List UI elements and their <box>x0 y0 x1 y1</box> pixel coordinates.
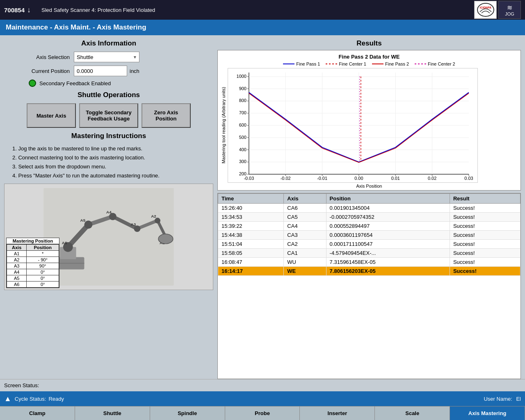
left-panel: Axis Information Axis Selection Shuttle … <box>4 39 213 379</box>
result-axis: WU <box>284 258 326 267</box>
svg-text:700: 700 <box>239 110 247 115</box>
master-axis-button[interactable]: Master Axis <box>27 103 76 128</box>
mastering-cell: A4 <box>7 269 27 275</box>
mastering-data-table: Axis Position A1*A2- 90°A390°A40°A50°A60… <box>7 244 59 288</box>
result-row: 16:14:17WE7.806156203EX-05Success! <box>218 267 520 276</box>
tab-scale[interactable]: Scale <box>375 406 450 420</box>
axis-info-title: Axis Information <box>4 39 213 48</box>
result-row: 16:08:47WU7.315961458EX-05Success! <box>218 258 520 267</box>
y-axis-label: Mastering tool reading (Arbitrary units) <box>221 87 226 163</box>
cycle-status-value: Ready <box>48 396 64 402</box>
results-table: Time Axis Position Result 15:26:40CA60.0… <box>218 193 520 276</box>
nav-bar: Maintenance - Axis Maint. - Axis Masteri… <box>0 20 525 35</box>
legend-label-fc2: Fine Center 2 <box>428 61 455 66</box>
col-axis: Axis <box>284 194 326 204</box>
main-content: Axis Information Axis Selection Shuttle … <box>0 35 525 379</box>
results-title: Results <box>217 39 521 48</box>
mastering-table-row: A40° <box>7 269 59 275</box>
instruction-1: 1. Jog the axis to be mastered to line u… <box>12 144 213 153</box>
current-position-row: Current Position inch <box>4 66 213 76</box>
col-time: Time <box>218 194 284 204</box>
result-position: 0.0003601197654 <box>326 231 450 240</box>
result-row: 15:58:05CA1-4.579409454EX-...Success! <box>218 249 520 258</box>
chart-svg: 200 300 400 500 600 700 <box>228 68 478 183</box>
screen-status-bar: Screen Status: <box>0 379 525 391</box>
result-time: 15:26:40 <box>218 204 284 213</box>
tab-clamp[interactable]: Clamp <box>0 406 75 420</box>
result-result: Success! <box>450 204 520 213</box>
svg-text:0.01: 0.01 <box>391 176 400 181</box>
svg-text:0.03: 0.03 <box>464 176 473 181</box>
tab-shuttle[interactable]: Shuttle <box>75 406 150 420</box>
mastering-cell: 0° <box>27 282 59 288</box>
result-time: 15:44:38 <box>218 231 284 240</box>
result-result: Success! <box>450 258 520 267</box>
result-position: 7.806156203EX-05 <box>326 267 450 276</box>
legend-label-fp2: Fine Pass 2 <box>385 61 409 66</box>
legend-line-fp2 <box>372 64 383 64</box>
zero-axis-button[interactable]: Zero AxisPosition <box>142 103 191 128</box>
tab-axis-mastering[interactable]: Axis Mastering <box>450 406 525 420</box>
user-name-display: User Name: El <box>484 396 521 402</box>
cycle-status-bar: ▲ Cycle Status: Ready User Name: El <box>0 391 525 406</box>
tab-probe[interactable]: Probe <box>225 406 300 420</box>
instruction-3: 3. Select axis from the dropdown menu. <box>12 162 213 171</box>
svg-text:300: 300 <box>239 159 247 164</box>
svg-text:A4: A4 <box>106 210 112 215</box>
current-position-input[interactable] <box>74 66 127 76</box>
legend-fine-center-1: Fine Center 1 <box>326 61 366 66</box>
mastering-table-row: A50° <box>7 275 59 282</box>
mastering-cell: A1 <box>7 251 27 257</box>
toggle-feedback-button[interactable]: Toggle SecondaryFeedback Usage <box>79 103 138 128</box>
mastering-table-row: A1* <box>7 251 59 257</box>
alarm-arrow: ↓ <box>27 6 31 14</box>
svg-text:-0.01: -0.01 <box>317 176 327 181</box>
svg-text:0.02: 0.02 <box>428 176 436 181</box>
chart-container: Fine Pass 2 Data for WE Fine Pass 1 Fine… <box>217 50 521 191</box>
svg-text:A5: A5 <box>80 218 86 223</box>
mastering-position-table: Mastering Position Axis Position A1*A2- … <box>6 238 59 288</box>
result-position: 0.001901345004 <box>326 204 450 213</box>
screen-status-label: Screen Status: <box>4 382 39 388</box>
tab-spindle[interactable]: Spindle <box>150 406 225 420</box>
axis-info-section: Axis Information Axis Selection Shuttle … <box>4 39 213 87</box>
x-axis-label: Axis Position <box>221 184 517 188</box>
legend-fine-center-2: Fine Center 2 <box>415 61 455 66</box>
axis-selection-row: Axis Selection Shuttle ▼ <box>4 52 213 62</box>
axis-dropdown-wrapper[interactable]: Shuttle ▼ <box>74 52 139 62</box>
svg-text:A2: A2 <box>151 214 156 219</box>
result-position: 0.000552894497 <box>326 222 450 231</box>
result-axis: CA3 <box>284 231 326 240</box>
legend-fine-pass-2: Fine Pass 2 <box>372 61 409 66</box>
axis-selection-dropdown[interactable]: Shuttle <box>74 52 139 62</box>
feedback-row: Secondary Feedback Enabled <box>4 79 213 87</box>
legend-line-fc1 <box>326 64 337 64</box>
bottom-tabs-row1: ClampShuttleSpindleProbeInserterScaleAxi… <box>0 406 525 420</box>
alarm-text: Sled Safety Scanner 4: Protection Field … <box>41 7 155 13</box>
result-row: 15:44:38CA30.0003601197654Success! <box>218 231 520 240</box>
mastering-cell: A3 <box>7 263 27 269</box>
mastering-cell: 0° <box>27 275 59 282</box>
tab-inserter[interactable]: Inserter <box>300 406 375 420</box>
mastering-table-title: Mastering Position <box>7 238 59 244</box>
result-position: -4.579409454EX-... <box>326 249 450 258</box>
mastering-cell: 0° <box>27 269 59 275</box>
company-logo-icon: ICIDNPA <box>476 2 495 18</box>
result-result: Success! <box>450 231 520 240</box>
chart-legend: Fine Pass 1 Fine Center 1 Fine Pass 2 Fi… <box>221 61 517 66</box>
mastering-cell: A5 <box>7 275 27 282</box>
operations-section: Shuttle Operations Master Axis Toggle Se… <box>4 91 213 128</box>
result-axis: CA2 <box>284 240 326 249</box>
result-time: 15:58:05 <box>218 249 284 258</box>
result-time: 15:39:22 <box>218 222 284 231</box>
svg-text:-0.02: -0.02 <box>281 176 291 181</box>
position-unit: inch <box>130 68 139 74</box>
jog-button[interactable]: ≋ JOG <box>498 1 521 19</box>
col-position: Position <box>326 194 450 204</box>
axis-selection-label: Axis Selection <box>12 54 70 60</box>
legend-line-fc2 <box>415 64 426 64</box>
result-result: Success! <box>450 240 520 249</box>
feedback-indicator <box>29 79 36 87</box>
robot-image-section: A6 A5 A4 A3 A2 A1 Mastering Position <box>4 184 213 290</box>
mastering-cell: A2 <box>7 257 27 263</box>
